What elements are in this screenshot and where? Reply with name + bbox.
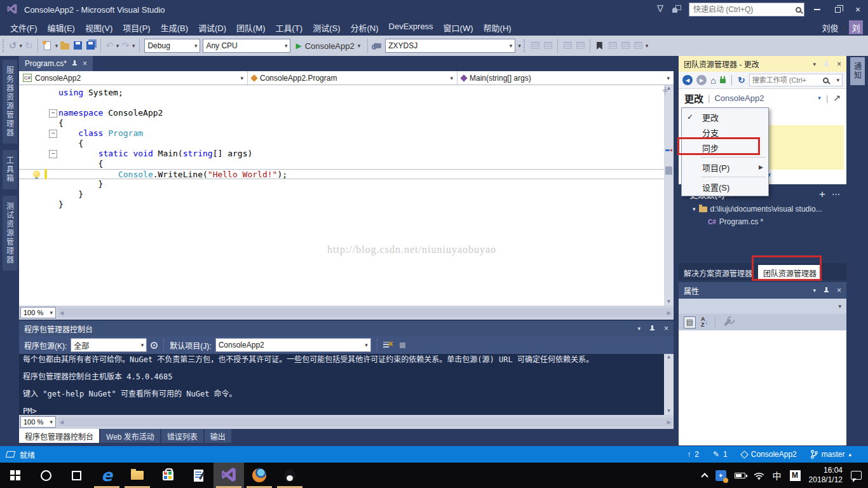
code-line-2[interactable]	[19, 98, 664, 108]
pmc-title-bar[interactable]: 程序包管理器控制台 ▾ ×	[19, 321, 674, 336]
prev-bookmark-icon[interactable]	[607, 41, 618, 51]
navigate-back-icon[interactable]: ↺	[9, 40, 17, 51]
alphabetical-sort-icon[interactable]: AZ ↓	[701, 316, 708, 328]
avatar[interactable]: 刘	[849, 20, 863, 34]
changes-folder-row[interactable]: ▾ d:\liuju\documents\visual studio...	[679, 203, 846, 215]
type-dropdown[interactable]: ConsoleApp2.Program▾	[248, 71, 458, 85]
te-refresh-icon[interactable]: ↻	[738, 75, 745, 85]
changed-file-row[interactable]: C# Program.cs *	[679, 215, 846, 228]
te-menu-item-设置(S)[interactable]: 设置(S)	[682, 179, 768, 194]
properties-title-bar[interactable]: 属性 ▾ ×	[679, 282, 846, 299]
battery-icon[interactable]	[735, 473, 745, 478]
taskbar-search-icon[interactable]	[31, 463, 61, 488]
filter-icon[interactable]: ∇	[657, 3, 663, 15]
work-item-search-box[interactable]: ▾	[749, 74, 843, 86]
feedback-icon[interactable]	[672, 5, 681, 13]
pmc-menu-caret-icon[interactable]: ▾	[637, 325, 641, 332]
taskbar-taskview-icon[interactable]	[61, 463, 92, 488]
left-strip-tab-1[interactable]: 服务器资源管理器	[3, 60, 17, 144]
navigate-forward-icon[interactable]: ↻	[25, 40, 33, 51]
attach-icon[interactable]	[372, 41, 383, 51]
menubar-item-11[interactable]: DevExpress	[384, 19, 438, 36]
toolbar-overflow-icon[interactable]: ▾	[518, 43, 521, 49]
notifications-tab[interactable]: 通知	[850, 57, 865, 85]
user-caret-icon[interactable]: ▾	[842, 24, 845, 30]
minimize-button[interactable]	[807, 0, 827, 19]
bottom-tab-2[interactable]: Web 发布活动	[100, 429, 160, 443]
split-editor-icon[interactable]: ╪	[663, 86, 668, 94]
team-explorer-page-header[interactable]: 更改 | ConsoleApp2 ▾ | ↗	[679, 89, 846, 107]
user-name[interactable]: 刘俊	[822, 22, 838, 34]
code-line-10[interactable]: }	[19, 179, 664, 189]
menubar-item-6[interactable]: 调试(D)	[193, 19, 231, 36]
branch-picker[interactable]: master ▴	[811, 450, 851, 459]
te-home-icon[interactable]: ⌂	[710, 75, 716, 86]
pmc-output[interactable]: 每个包都由其所有者许可给你。NuGet 不负责第三方包，也不授予其许可证。一些包…	[19, 354, 664, 415]
toolbar-grip[interactable]	[3, 39, 5, 52]
work-item-search-input[interactable]	[752, 76, 821, 84]
te-close-icon[interactable]: ×	[837, 60, 841, 69]
menubar-item-13[interactable]: 帮助(H)	[478, 19, 517, 36]
bottom-tab-4[interactable]: 输出	[205, 429, 231, 443]
solution-config-dropdown[interactable]: Debug▾	[144, 39, 200, 53]
te-pin-icon[interactable]	[824, 61, 829, 67]
redo-caret-icon[interactable]: ▾	[132, 43, 135, 49]
categorized-icon[interactable]: ▤	[684, 316, 696, 329]
left-strip-tab-3[interactable]: 测试资源管理器	[3, 196, 17, 271]
next-bookmark-icon[interactable]	[620, 41, 630, 51]
te-menu-item-同步[interactable]: 同步	[682, 140, 768, 155]
team-explorer-title-bar[interactable]: 团队资源管理器 - 更改 ▾ ×	[679, 56, 846, 72]
repository-picker[interactable]: ConsoleApp2	[742, 450, 797, 459]
te-connect-icon[interactable]	[720, 79, 726, 83]
restore-button[interactable]	[827, 0, 848, 19]
quick-launch-box[interactable]	[689, 3, 804, 17]
clear-bookmarks-icon[interactable]	[633, 41, 643, 51]
outgoing-commits[interactable]: ↑2	[687, 450, 699, 459]
quick-launch-input[interactable]	[689, 5, 796, 14]
taskbar-start-icon[interactable]	[0, 463, 31, 488]
taskbar-firefox-icon[interactable]	[244, 463, 275, 488]
menubar-item-3[interactable]: 视图(V)	[80, 19, 118, 36]
package-source-settings-icon[interactable]	[151, 342, 158, 349]
taskbar-qq-icon[interactable]	[275, 463, 305, 488]
property-pages-icon[interactable]	[724, 318, 731, 326]
save-all-icon[interactable]	[86, 41, 96, 51]
more-actions-icon[interactable]: ⋯	[832, 189, 840, 199]
taskbar-explorer-icon[interactable]	[122, 463, 153, 488]
menubar-item-1[interactable]: 文件(F)	[5, 19, 43, 36]
page-caret-icon[interactable]: ▾	[818, 95, 821, 101]
menubar-item-8[interactable]: 工具(T)	[271, 19, 308, 36]
te-forward-icon[interactable]: ▶	[696, 75, 707, 85]
wifi-icon[interactable]	[754, 471, 764, 480]
te-back-icon[interactable]: ◀	[682, 75, 693, 85]
indent-increase-icon[interactable]	[575, 41, 585, 51]
ime-indicator[interactable]: 中	[773, 469, 782, 482]
close-button[interactable]: ×	[848, 0, 868, 19]
redo-icon[interactable]: ↷	[121, 40, 130, 51]
editor-vertical-scrollbar[interactable]: ▲ ▼	[664, 85, 674, 306]
code-line-1[interactable]: using System;	[19, 88, 664, 98]
m-tray-icon[interactable]: M	[790, 470, 801, 481]
editor-horizontal-scrollbar[interactable]: ◀▶	[58, 308, 672, 317]
props-close-icon[interactable]: ×	[837, 286, 841, 295]
member-dropdown[interactable]: Main(string[] args)▾	[458, 71, 674, 85]
bottom-tab-3[interactable]: 错误列表	[161, 429, 203, 443]
code-line-8[interactable]: {	[19, 159, 664, 169]
props-pin-icon[interactable]	[824, 287, 829, 294]
tab-close-icon[interactable]: ×	[83, 59, 87, 68]
code-line-3[interactable]: namespace ConsoleApp2	[19, 108, 664, 118]
te-menu-item-分支[interactable]: 分支	[682, 125, 768, 140]
code-line-7[interactable]: static void Main(string[] args)	[19, 149, 664, 159]
default-project-dropdown[interactable]: ConsoleApp2▾	[215, 338, 371, 352]
te-menu-item-更改[interactable]: ✓更改	[682, 109, 768, 125]
te-menu-item-项目(P)[interactable]: 项目(P)▶	[682, 159, 768, 175]
menubar-item-12[interactable]: 窗口(W)	[438, 19, 478, 36]
start-debug-button[interactable]: ▶ ConsoleApp2 ▾	[293, 41, 363, 51]
open-file-icon[interactable]	[60, 41, 71, 51]
menubar-item-10[interactable]: 分析(N)	[345, 19, 383, 36]
pin-icon[interactable]	[72, 60, 78, 67]
left-strip-tab-2[interactable]: 工具箱	[3, 150, 17, 189]
props-menu-caret-icon[interactable]: ▾	[813, 287, 816, 294]
project-dropdown[interactable]: C# ConsoleApp2▾	[19, 71, 248, 85]
menubar-item-2[interactable]: 编辑(E)	[43, 19, 80, 36]
